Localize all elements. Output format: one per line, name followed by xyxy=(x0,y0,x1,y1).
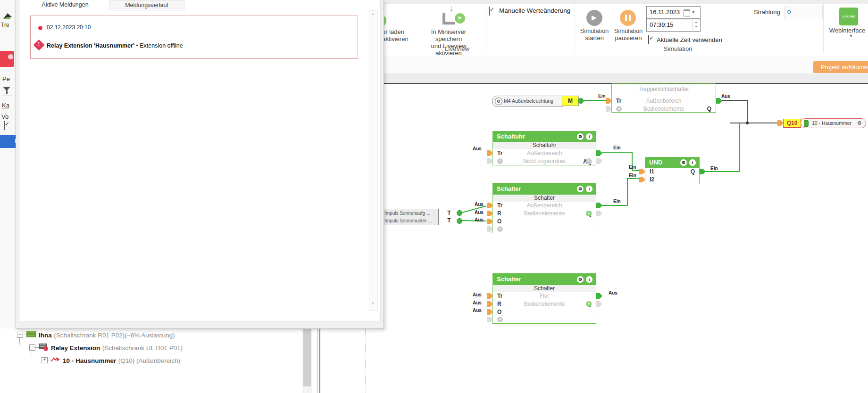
gear-icon[interactable] xyxy=(680,159,687,166)
tree-item-hausnummer[interactable]: 10 - Hausnummer (Q10) (Außenbereich) xyxy=(63,356,180,365)
q10-tag: Q10 xyxy=(783,119,801,128)
tree-item-name: Relay Extension xyxy=(51,344,100,352)
add-input-icon[interactable] xyxy=(497,158,503,164)
block-schalter-aussenbereich[interactable]: Schalter Schalter Tr Außenbereich Q R Be… xyxy=(492,183,596,233)
block-room: Außenbereich xyxy=(612,97,716,105)
info-icon[interactable] xyxy=(586,186,593,192)
output-zigzag-icon xyxy=(51,356,60,363)
tree-connector xyxy=(32,350,32,357)
add-output-icon[interactable] xyxy=(586,211,592,216)
canvas-page-guide xyxy=(365,328,366,393)
stub-connector[interactable] xyxy=(487,226,493,232)
filter-underline xyxy=(2,96,12,96)
periphery-panel-title: Pe xyxy=(2,75,10,82)
input-connector[interactable] xyxy=(487,293,493,299)
panel-splitter-accent xyxy=(317,328,317,393)
port-label: Ein xyxy=(613,199,621,204)
scroll-up-icon[interactable]: ▲ xyxy=(371,12,375,16)
port-label: Aus xyxy=(473,308,482,313)
input-connector[interactable] xyxy=(487,309,493,315)
stub-connector[interactable] xyxy=(487,317,493,322)
port-r: R xyxy=(497,210,501,218)
block-header: UND xyxy=(645,157,699,168)
block-title: Schalter xyxy=(493,285,596,292)
tree-item-name: Ihna xyxy=(39,332,52,339)
input-connector[interactable] xyxy=(639,177,645,182)
impuls-output-connector[interactable] xyxy=(457,218,462,224)
block-header-label: Schalter xyxy=(497,185,521,192)
input-connector[interactable] xyxy=(487,203,493,208)
stub-connector[interactable] xyxy=(487,158,493,164)
scroll-down-icon[interactable]: ▼ xyxy=(371,302,375,305)
panel-scrollbar-track[interactable] xyxy=(369,10,378,311)
tree-connector xyxy=(34,347,39,348)
port-label: Aus xyxy=(473,146,482,151)
tree-item-name: 10 - Hausnummer xyxy=(63,357,116,364)
gear-icon[interactable] xyxy=(577,186,584,192)
q10-output-pill[interactable]: 10 - Hausnummer xyxy=(801,118,866,128)
message-text: Relay Extension 'Hausnummer' • Extension… xyxy=(47,42,183,49)
gear-icon[interactable] xyxy=(495,98,502,105)
block-schalter-flur[interactable]: Schalter Schalter Tr Flur Q R Bedienelem… xyxy=(492,273,596,324)
input-connector[interactable] xyxy=(487,211,493,216)
input-connector[interactable] xyxy=(487,219,493,224)
tree-item-meta: (Q10) (Außenbereich) xyxy=(118,357,180,364)
add-input-icon[interactable] xyxy=(616,106,622,112)
vo-label: Vo xyxy=(1,113,8,120)
block-category: Nicht zugeordnet xyxy=(493,157,596,165)
stub-connector[interactable] xyxy=(606,106,612,112)
block-schaltuhr[interactable]: Schaltuhr Schaltuhr Tr Außenbereich AQ N… xyxy=(492,131,596,165)
block-und[interactable]: UND I1 Q I2 xyxy=(645,157,700,184)
block-header: Schalter xyxy=(493,274,596,285)
port-r: R xyxy=(497,300,501,308)
input-connector[interactable] xyxy=(606,98,612,104)
messages-panel: Aktive Meldungen Meldungsverlauf 02.12.2… xyxy=(16,0,384,329)
port-label: Ein xyxy=(613,145,621,150)
block-header: Schalter xyxy=(493,183,596,195)
gear-icon[interactable] xyxy=(577,133,584,140)
strip-checkbox[interactable] xyxy=(4,121,5,130)
block-room: Flur xyxy=(493,292,596,300)
tree-item-miniserver[interactable]: Ihna (Schaltschrank R01 P02)(~6% Auslast… xyxy=(39,331,175,339)
m4-label: M4 Außenbeleuchtung xyxy=(504,98,553,104)
gear-icon[interactable] xyxy=(857,120,862,126)
add-output-icon[interactable] xyxy=(586,158,592,164)
info-icon[interactable] xyxy=(586,276,593,283)
m4-tag: M xyxy=(562,96,579,106)
add-output-icon[interactable] xyxy=(586,301,592,307)
left-panel-strip xyxy=(0,0,16,328)
message-list-item[interactable]: 02.12.2023 20:10 Relay Extension 'Hausnu… xyxy=(30,16,358,59)
add-input-icon[interactable] xyxy=(497,317,503,322)
disconnect-icon[interactable] xyxy=(2,12,13,20)
impuls-label: Impuls Sonnenaufg ... xyxy=(384,211,430,216)
add-input-icon[interactable] xyxy=(497,226,503,232)
tree-item-relay-extension[interactable]: Relay Extension (Schaltschrank UL R01 P0… xyxy=(51,344,183,352)
impuls-output-connector[interactable] xyxy=(457,210,462,216)
port-label: Aus xyxy=(475,217,484,222)
category-link[interactable]: Ka xyxy=(2,102,9,109)
tab-aktive-meldungen[interactable]: Aktive Meldungen xyxy=(23,0,107,9)
port-tr: Tr xyxy=(497,202,502,210)
led-icon xyxy=(804,120,809,127)
port-label: Aus xyxy=(475,202,484,207)
status-red-button[interactable] xyxy=(0,51,14,67)
block-header-label: Schaltuhr xyxy=(497,133,525,140)
input-connector[interactable] xyxy=(639,169,645,174)
info-icon[interactable] xyxy=(586,133,593,140)
m4-input-pill[interactable]: M4 Außenbeleuchtung xyxy=(492,96,563,107)
impuls-sonnenuntergang-block[interactable]: Impuls Sonnenunter ... T xyxy=(380,217,459,225)
block-treppenlichtschalter[interactable]: Treppenlichtschalter Tr Außenbereich Q B… xyxy=(611,83,716,113)
message-timestamp: 02.12.2023 20:10 xyxy=(47,24,91,31)
gear-icon[interactable] xyxy=(577,276,584,283)
port-label: Aus xyxy=(721,94,730,99)
input-connector[interactable] xyxy=(487,150,493,156)
m4-output-connector[interactable] xyxy=(578,98,584,104)
miniserver-icon xyxy=(26,331,36,337)
tab-meldungsverlauf[interactable]: Meldungsverlauf xyxy=(109,0,184,10)
port-o: O xyxy=(497,218,501,225)
input-connector[interactable] xyxy=(487,301,493,307)
port-label: Ein xyxy=(710,166,718,171)
info-icon[interactable] xyxy=(689,159,696,166)
panel-splitter[interactable] xyxy=(319,328,320,393)
tree-scrollbar-thumb[interactable] xyxy=(303,328,311,386)
